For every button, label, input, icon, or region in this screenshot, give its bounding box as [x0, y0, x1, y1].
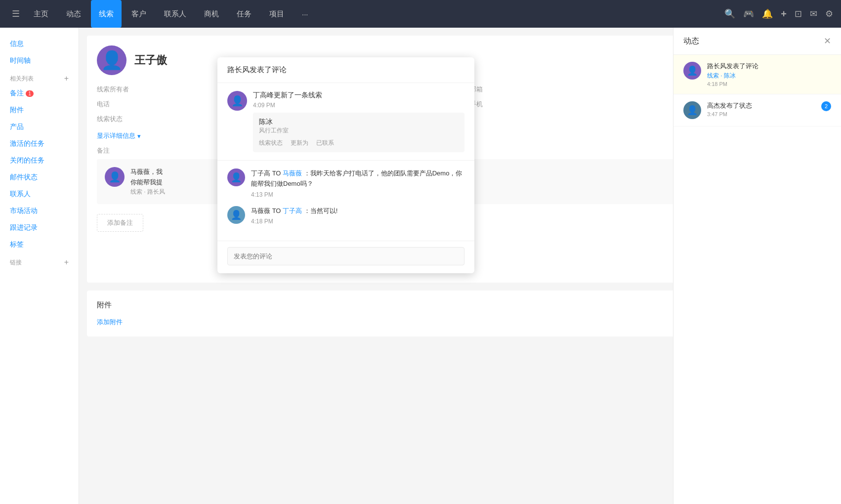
chat-message-1: 👤 丁子高 TO 马薇薇 ：我昨天给客户打电话了，他的团队需要产品Demo，你能… — [227, 168, 464, 198]
notif-sub-1: 线索 · 陈冰 — [707, 72, 831, 80]
chat-avatar-icon-1: 👤 — [231, 172, 242, 183]
comment-msg-time: 4:09 PM — [253, 102, 464, 109]
notification-title: 动态 — [683, 36, 699, 46]
sidebar-item-email-status[interactable]: 邮件状态 — [0, 169, 79, 186]
notification-item-1[interactable]: 👤 路长风发表了评论 线索 · 陈冰 4:18 PM — [673, 55, 841, 94]
nav-projects[interactable]: 项目 — [261, 0, 292, 28]
sidebar-item-campaigns[interactable]: 市场活动 — [0, 203, 79, 219]
nav-activity[interactable]: 动态 — [58, 0, 89, 28]
chat-text-1: 丁子高 TO 马薇薇 ：我昨天给客户打电话了，他的团队需要产品Demo，你能帮我… — [251, 168, 464, 189]
card-company: 风行工作室 — [259, 126, 459, 135]
sidebar-notes-label: 备注 — [10, 89, 24, 98]
sidebar-related-add[interactable]: + — [64, 74, 69, 83]
lead-name: 王子傲 — [134, 53, 167, 68]
chat-avatar-icon-2: 👤 — [231, 210, 242, 220]
sidebar-item-attachments[interactable]: 附件 — [0, 102, 79, 119]
top-navigation: ☰ 主页 动态 线索 客户 联系人 商机 任务 项目 ··· 🔍 🎮 🔔 + ⊡… — [0, 0, 841, 28]
notification-header: 动态 ✕ — [673, 28, 841, 55]
notif-time-2: 3:47 PM — [707, 111, 815, 117]
comment-modal-header: 路长风发表了评论 — [217, 57, 474, 83]
status-label: 线索状态 — [259, 139, 283, 147]
avatar-icon: 👤 — [101, 50, 123, 71]
comment-input[interactable] — [227, 247, 464, 265]
comment-msg-header: 👤 丁高峰更新了一条线索 4:09 PM 陈冰 风行工作室 线索状态 更新为 已… — [227, 91, 464, 152]
sidebar-item-followup[interactable]: 跟进记录 — [0, 219, 79, 236]
activity-avatar-icon: 👤 — [109, 171, 121, 183]
nav-deals[interactable]: 商机 — [196, 0, 227, 28]
nav-customers[interactable]: 客户 — [124, 0, 154, 28]
msg-avatar-icon: 👤 — [231, 95, 244, 107]
sidebar-item-active-tasks[interactable]: 激活的任务 — [0, 135, 79, 152]
nav-more[interactable]: ··· — [294, 0, 316, 28]
sidebar: 信息 时间轴 相关列表 + 备注 1 附件 产品 激活的任务 关闭的任务 邮件状… — [0, 28, 79, 504]
notif-title-2: 高杰发布了状态 — [707, 101, 815, 110]
mail-icon[interactable]: ✉ — [810, 8, 817, 19]
lead-avatar: 👤 — [97, 45, 126, 75]
chat-avatar-2: 👤 — [227, 206, 245, 224]
notif-avatar-icon-1: 👤 — [687, 65, 698, 76]
field-mobile-label: 手机 — [470, 100, 500, 109]
field-phone-label: 电话 — [97, 100, 126, 109]
notif-content-2: 高杰发布了状态 3:47 PM — [707, 101, 815, 119]
notification-close[interactable]: ✕ — [824, 36, 831, 46]
notification-panel: 动态 ✕ 👤 路长风发表了评论 线索 · 陈冰 4:18 PM 👤 — [673, 28, 841, 504]
status-value: 已联系 — [316, 139, 334, 147]
settings-icon[interactable]: ⚙ — [825, 8, 833, 19]
chat-avatar-1: 👤 — [227, 168, 245, 186]
menu-icon[interactable]: ☰ — [8, 4, 24, 23]
sidebar-item-products[interactable]: 产品 — [0, 119, 79, 135]
sidebar-related-header: 相关列表 + — [0, 69, 79, 85]
plus-icon[interactable]: + — [781, 8, 787, 20]
chat-from-1: 丁子高 — [251, 169, 270, 177]
comment-msg-card: 陈冰 风行工作室 线索状态 更新为 已联系 — [253, 113, 464, 152]
chat-section: 👤 丁子高 TO 马薇薇 ：我昨天给客户打电话了，他的团队需要产品Demo，你能… — [217, 161, 474, 241]
card-status: 线索状态 更新为 已联系 — [259, 139, 459, 147]
field-status-label: 线索状态 — [97, 115, 126, 124]
sidebar-item-notes[interactable]: 备注 1 — [0, 85, 79, 102]
card-name: 陈冰 — [259, 118, 459, 126]
nav-contacts[interactable]: 联系人 — [156, 0, 194, 28]
notes-badge: 1 — [26, 90, 34, 97]
nav-tasks[interactable]: 任务 — [229, 0, 259, 28]
sidebar-links-add[interactable]: + — [64, 258, 69, 267]
notif-avatar-1: 👤 — [683, 62, 701, 80]
sidebar-item-contacts[interactable]: 联系人 — [0, 186, 79, 203]
chevron-down-icon: ▾ — [137, 132, 141, 140]
chat-message-2: 👤 马薇薇 TO 丁子高 ：当然可以! 4:18 PM — [227, 206, 464, 225]
bell-icon[interactable]: 🔔 — [762, 8, 773, 19]
sidebar-item-timeline[interactable]: 时间轴 — [0, 52, 79, 69]
notif-badge-2: 2 — [821, 101, 831, 111]
chat-time-1: 4:13 PM — [251, 191, 464, 198]
comment-input-area — [217, 241, 474, 273]
status-arrow: 更新为 — [291, 139, 308, 147]
sidebar-links-label: 链接 — [10, 258, 22, 267]
sidebar-related-label: 相关列表 — [10, 75, 34, 83]
comment-message: 👤 丁高峰更新了一条线索 4:09 PM 陈冰 风行工作室 线索状态 更新为 已… — [217, 83, 474, 161]
notif-title-1: 路长风发表了评论 — [707, 62, 831, 71]
notif-avatar-2: 👤 — [683, 101, 701, 119]
nav-right-icons: 🔍 🎮 🔔 + ⊡ ✉ ⚙ — [724, 8, 833, 20]
comment-msg-body: 丁高峰更新了一条线索 4:09 PM 陈冰 风行工作室 线索状态 更新为 已联系 — [253, 91, 464, 152]
chat-to-prefix-2: TO — [272, 207, 283, 214]
nav-home[interactable]: 主页 — [26, 0, 56, 28]
chat-to-2[interactable]: 丁子高 — [283, 207, 302, 214]
chat-text-2: 马薇薇 TO 丁子高 ：当然可以! — [251, 206, 464, 216]
search-icon[interactable]: 🔍 — [724, 8, 735, 19]
chat-to-1[interactable]: 马薇薇 — [283, 169, 302, 177]
comment-msg-title: 丁高峰更新了一条线索 — [253, 91, 464, 100]
add-note-button[interactable]: 添加备注 — [97, 214, 143, 232]
notif-avatar-icon-2: 👤 — [687, 105, 698, 116]
chat-to-prefix-1: TO — [272, 169, 283, 177]
chat-content-2: 马薇薇 TO 丁子高 ：当然可以! 4:18 PM — [251, 206, 464, 225]
chat-msg-2: ：当然可以! — [304, 207, 338, 214]
main-layout: 信息 时间轴 相关列表 + 备注 1 附件 产品 激活的任务 关闭的任务 邮件状… — [0, 28, 841, 504]
sidebar-item-info[interactable]: 信息 — [0, 36, 79, 52]
notification-item-2[interactable]: 👤 高杰发布了状态 3:47 PM 2 — [673, 94, 841, 126]
nav-leads[interactable]: 线索 — [91, 0, 122, 28]
grid-icon[interactable]: ⊡ — [795, 8, 802, 19]
sidebar-item-tags[interactable]: 标签 — [0, 236, 79, 253]
chat-content-1: 丁子高 TO 马薇薇 ：我昨天给客户打电话了，他的团队需要产品Demo，你能帮我… — [251, 168, 464, 198]
game-icon[interactable]: 🎮 — [743, 8, 754, 19]
sidebar-item-closed-tasks[interactable]: 关闭的任务 — [0, 152, 79, 169]
field-email-label: 邮箱 — [470, 85, 500, 94]
